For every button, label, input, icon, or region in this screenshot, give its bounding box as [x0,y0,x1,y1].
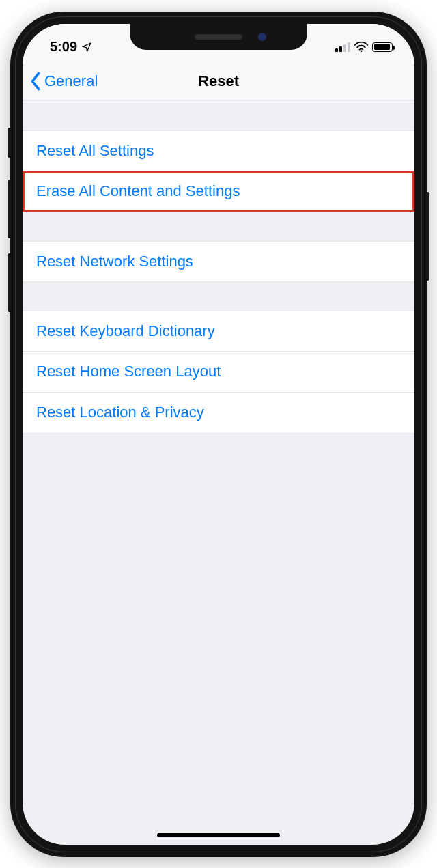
power-button [427,192,429,281]
page-title: Reset [198,72,239,90]
volume-up-button [8,180,10,238]
svg-point-0 [361,50,363,52]
settings-group: Reset All SettingsErase All Content and … [23,130,414,212]
settings-list: Reset All SettingsErase All Content and … [23,130,414,434]
status-time: 5:09 [50,39,77,55]
mute-switch [8,128,10,158]
settings-group: Reset Network Settings [23,241,414,282]
nav-bar: General Reset [23,64,414,100]
settings-group: Reset Keyboard DictionaryReset Home Scre… [23,311,414,434]
settings-row[interactable]: Erase All Content and Settings [23,171,414,212]
row-label: Reset Network Settings [36,253,193,270]
volume-down-button [8,253,10,312]
front-camera [258,33,266,41]
row-label: Reset Home Screen Layout [36,363,221,380]
chevron-left-icon [29,72,42,91]
home-indicator[interactable] [157,833,280,837]
battery-icon [372,42,393,52]
row-label: Erase All Content and Settings [36,182,240,200]
cellular-signal-icon [335,42,350,52]
settings-row[interactable]: Reset All Settings [23,130,414,171]
row-label: Reset Location & Privacy [36,404,204,421]
screen: 5:09 [23,24,414,845]
notch [130,24,307,50]
back-label: General [44,72,98,90]
row-label: Reset All Settings [36,142,154,160]
settings-row[interactable]: Reset Keyboard Dictionary [23,311,414,352]
phone-frame: 5:09 [10,12,427,857]
speaker-grille [195,34,242,40]
location-icon [81,42,92,53]
settings-row[interactable]: Reset Location & Privacy [23,393,414,434]
back-button[interactable]: General [23,72,98,91]
settings-row[interactable]: Reset Network Settings [23,241,414,282]
wifi-icon [354,42,368,52]
settings-row[interactable]: Reset Home Screen Layout [23,352,414,393]
row-label: Reset Keyboard Dictionary [36,322,215,340]
